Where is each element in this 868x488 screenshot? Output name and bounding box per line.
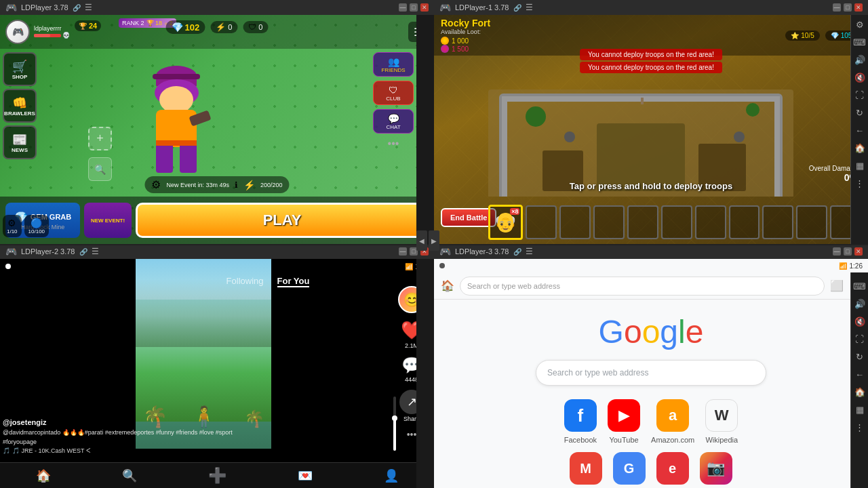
coc-sidebar-volume[interactable]: 🔊 <box>853 53 867 66</box>
panel-tiktok: 🎮 LDPlayer-2 3.78 🔗 ☰ — □ ✕ 📶 1:26 <box>0 244 434 488</box>
chrome-search-input[interactable]: Search or type web address <box>536 360 766 386</box>
v-divider-bottom <box>416 259 434 488</box>
bs-shield-val: 0 <box>258 23 262 31</box>
bs-friends-btn[interactable]: 👥 FRIENDS <box>373 52 414 77</box>
coc-sidebar-expand[interactable]: ⛶ <box>853 88 867 102</box>
coc-troop-slot-8[interactable] <box>729 205 760 239</box>
coc-sidebar-keyboard[interactable]: ⌨ <box>853 35 867 49</box>
p1-maximize-btn[interactable]: □ <box>410 3 418 12</box>
tiktok-nav-profile[interactable]: 👤 <box>384 468 399 483</box>
coc-troop-slot-6[interactable] <box>661 205 692 239</box>
tiktok-bottom-nav: 🏠 🔍 ➕ 💌 👤 <box>0 462 434 488</box>
coc-sidebar-back[interactable]: ← <box>853 123 867 137</box>
tiktok-tab-foryou[interactable]: For You <box>277 276 310 287</box>
bs-more-btn[interactable]: ••• <box>373 138 414 150</box>
chrome-sidebar-apps[interactable]: ▦ <box>853 403 867 416</box>
shortcut-youtube[interactable]: ▶ YouTube <box>608 399 640 444</box>
bs-chat-btn[interactable]: 💬 CHAT <box>373 109 414 134</box>
tiktok-tab-following[interactable]: Following <box>226 276 264 287</box>
shortcut-youtube-label: YouTube <box>609 436 638 444</box>
coc-troop-slot-7[interactable] <box>695 205 726 239</box>
coc-star-val: 10/5 <box>801 32 814 39</box>
bs-token-badge[interactable]: 🔵 10/100 <box>24 215 49 237</box>
p3-link-icon: 🔗 <box>79 248 87 256</box>
bs-search-btn[interactable]: 🔍 <box>88 157 112 181</box>
p2-menu-icon[interactable]: ☰ <box>526 3 533 12</box>
p1-menu-icon[interactable]: ☰ <box>85 3 92 12</box>
chrome-sidebar-home[interactable]: 🏠 <box>853 385 867 399</box>
gold-resource-icon <box>441 37 449 45</box>
coc-troop-slot-2[interactable] <box>526 205 557 239</box>
coc-troop-slot-5[interactable] <box>627 205 658 239</box>
tiktok-volume-thumb[interactable] <box>392 415 397 421</box>
tiktok-nav-inbox[interactable]: 💌 <box>298 468 313 483</box>
chrome-home-btn[interactable]: 🏠 <box>441 279 454 292</box>
chrome-status-bar: 📶 1:26 <box>434 259 868 272</box>
svg-point-9 <box>526 106 546 127</box>
chrome-sidebar-expand[interactable]: ⛶ <box>853 332 867 346</box>
p2-maximize-btn[interactable]: □ <box>844 3 852 12</box>
p4-minimize-btn[interactable]: — <box>833 247 841 256</box>
chrome-sidebar-mute[interactable]: 🔇 <box>853 314 867 328</box>
p1-title: LDPlayer 3.78 <box>21 3 68 12</box>
p4-close-btn[interactable]: ✕ <box>854 247 863 256</box>
p3-menu-icon[interactable]: ☰ <box>92 247 99 256</box>
coc-sidebar-dots[interactable]: ⋮ <box>853 176 867 190</box>
shortcut-facebook[interactable]: f Facebook <box>564 399 597 444</box>
chrome-sidebar-volume[interactable]: 🔊 <box>853 297 867 310</box>
chrome-sidebar-back[interactable]: ← <box>853 367 867 381</box>
p2-close-btn[interactable]: ✕ <box>854 3 863 12</box>
bs-news-btn[interactable]: 📰 NEWS <box>3 125 37 159</box>
tiktok-more-btn[interactable]: ••• <box>407 429 417 440</box>
collapse-right-arrow[interactable]: ▶ <box>429 230 439 251</box>
p4-menu-icon[interactable]: ☰ <box>526 247 533 256</box>
coc-sidebar-home[interactable]: 🏠 <box>853 141 867 155</box>
bs-bottom-bar: 💎 GEM GRAB Hard Rock Mine NEW EVENT! PLA… <box>0 197 434 244</box>
tiktok-nav-add[interactable]: ➕ <box>208 467 226 485</box>
bs-new-event-badge[interactable]: NEW EVENT! <box>84 203 132 238</box>
p2-minimize-btn[interactable]: — <box>833 3 841 12</box>
chrome-sidebar-dots[interactable]: ⋮ <box>853 420 867 434</box>
coc-troop-slot-10[interactable] <box>796 205 827 239</box>
chrome-shortcuts-row1: f Facebook ▶ YouTube a Amazon.com W Wiki… <box>434 399 868 444</box>
chrome-sidebar-rotate[interactable]: ↻ <box>853 350 867 363</box>
coc-troop-slot-3[interactable] <box>559 205 591 239</box>
shortcut-instagram[interactable]: 📷 Instagram <box>700 452 733 488</box>
chrome-sidebar-keyboard[interactable]: ⌨ <box>853 279 867 293</box>
coc-sidebar-settings[interactable]: ⚙ <box>853 18 867 31</box>
bs-play-btn[interactable]: PLAY <box>136 203 429 238</box>
tiktok-nav-search[interactable]: 🔍 <box>122 468 137 483</box>
p1-close-btn[interactable]: ✕ <box>420 3 429 12</box>
bs-brawlers-btn[interactable]: 👊 BRAWLERS <box>3 89 37 123</box>
chrome-tab-icon[interactable]: ⬜ <box>830 279 844 292</box>
shortcut-amazon[interactable]: a Amazon.com <box>651 399 694 444</box>
p3-minimize-btn[interactable]: — <box>399 247 407 256</box>
tiktok-tags: #foryoupage <box>3 439 353 445</box>
p4-maximize-btn[interactable]: □ <box>844 247 852 256</box>
bs-club-btn[interactable]: 🛡 CLUB <box>373 81 414 105</box>
coc-deploy-hint: Tap or press and hold to deploy troops <box>570 181 732 191</box>
shortcut-ebay[interactable]: e eBay <box>656 452 689 488</box>
shortcut-wikipedia[interactable]: W Wikipedia <box>705 399 738 444</box>
collapse-left-arrow[interactable]: ◀ <box>416 230 427 251</box>
ebay-icon: e <box>656 452 689 485</box>
coc-sidebar-apps[interactable]: ▦ <box>853 159 867 172</box>
coc-gold-val: 1 000 <box>452 37 469 45</box>
coc-troop-slot-4[interactable] <box>593 205 625 239</box>
p1-minimize-btn[interactable]: — <box>399 3 407 12</box>
chrome-shortcuts-row2: M Gmail G Google e eBay 📷 Instagram <box>434 452 868 488</box>
shortcut-google[interactable]: G Google <box>613 452 646 488</box>
svg-point-13 <box>564 131 575 142</box>
chrome-url-bar[interactable]: Search or type web address <box>460 277 825 296</box>
coc-troop-slot-active[interactable]: 👴 ×8 <box>488 205 523 240</box>
wikipedia-icon: W <box>705 399 738 432</box>
bs-energy-val: 0 <box>228 23 232 31</box>
coc-sidebar-mute[interactable]: 🔇 <box>853 70 867 84</box>
bs-settings-badge[interactable]: ⚙ 1/10 <box>3 215 22 237</box>
shortcut-gmail[interactable]: M Gmail <box>570 452 602 488</box>
bs-add-btn[interactable]: + <box>88 127 112 150</box>
coc-sidebar-rotate[interactable]: ↻ <box>853 106 867 119</box>
tiktok-nav-home[interactable]: 🏠 <box>36 468 51 483</box>
bs-shop-btn[interactable]: 🛒 SHOP <box>3 52 37 86</box>
coc-troop-slot-9[interactable] <box>762 205 793 239</box>
